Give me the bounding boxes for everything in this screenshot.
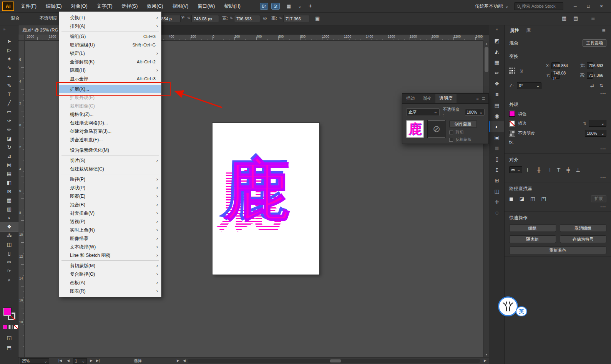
- fill-swatch[interactable]: [509, 111, 515, 117]
- opacity-swatch[interactable]: [509, 131, 515, 136]
- scroll-up-icon[interactable]: ▲: [484, 41, 489, 46]
- menu-item[interactable]: 栅格化(Z)...: [59, 110, 161, 119]
- line-segment-tool-icon[interactable]: ╱: [0, 99, 18, 108]
- menu-item[interactable]: 设为像素级优化(M): [59, 146, 161, 154]
- constrain-proportions-icon[interactable]: §: [518, 68, 525, 73]
- flip-horizontal-icon[interactable]: ⇄: [590, 83, 594, 88]
- tab-gradient[interactable]: 渐变: [419, 94, 435, 103]
- horizontal-scroll-thumb[interactable]: [330, 359, 341, 362]
- paintbrush-tool-icon[interactable]: ✑: [0, 116, 18, 125]
- menu-item[interactable]: 创建对象马赛克(J)...: [59, 127, 161, 136]
- menu-item[interactable]: 剪切蒙版(M)›: [59, 261, 161, 270]
- grid-view-icon[interactable]: ▦: [562, 15, 566, 21]
- swatches-panel-icon[interactable]: ▦: [489, 57, 505, 68]
- gradient-panel-icon[interactable]: ▤: [489, 100, 505, 111]
- menu-item[interactable]: 全部解锁(K)Alt+Ctrl+2: [59, 58, 161, 66]
- scale-tool-icon[interactable]: ⊿: [0, 152, 18, 160]
- align-vertical-top-icon[interactable]: ⊤: [556, 167, 561, 173]
- color-panel-icon[interactable]: ◩: [489, 35, 505, 46]
- play-icon[interactable]: ▶: [177, 359, 179, 362]
- share-icon[interactable]: ✈: [309, 3, 312, 9]
- menu-item[interactable]: 透视(P)›: [59, 217, 161, 226]
- appearance-panel-icon[interactable]: ◉: [489, 111, 505, 121]
- menubar-item[interactable]: 文件(F): [16, 0, 41, 12]
- opacity-select[interactable]: 100% ⌄: [465, 109, 485, 116]
- symbols-panel-icon[interactable]: ❖: [489, 78, 505, 89]
- ruler-origin[interactable]: [18, 35, 25, 41]
- menu-item[interactable]: 图表(R)›: [59, 287, 161, 295]
- align-to-select[interactable]: ▭ ⌄: [509, 166, 522, 173]
- slice-tool-icon[interactable]: ✂: [0, 258, 18, 266]
- menubar-item[interactable]: 窗口(W): [193, 0, 219, 12]
- align-panel-icon[interactable]: ⊞: [489, 175, 505, 186]
- tab-properties[interactable]: 属性: [510, 27, 519, 34]
- selection-tool-icon[interactable]: ➤: [0, 37, 18, 46]
- artboard-tool-icon[interactable]: ▯: [0, 249, 18, 258]
- arrange-documents-icon[interactable]: ▦: [287, 3, 291, 9]
- reference-point-locator[interactable]: [509, 68, 515, 74]
- menu-item[interactable]: 取消编组(U)Shift+Ctrl+G: [59, 41, 161, 49]
- fx-button[interactable]: fx.: [509, 140, 514, 144]
- magic-wand-tool-icon[interactable]: ✶: [0, 55, 18, 63]
- menu-item[interactable]: 创建裁切标记(C): [59, 165, 161, 173]
- menu-item[interactable]: 文本绕排(W)›: [59, 243, 161, 251]
- align-horizontal-center-icon[interactable]: ╫: [537, 167, 540, 173]
- x-field[interactable]: 546.854: [551, 62, 560, 69]
- width-field[interactable]: 706.693: [234, 15, 260, 22]
- stock-button[interactable]: St: [271, 3, 280, 10]
- bridge-button[interactable]: Br: [260, 3, 268, 10]
- first-artboard-icon[interactable]: |◀: [58, 359, 62, 362]
- gradient-tool-icon[interactable]: ▥: [0, 205, 18, 213]
- maximize-button[interactable]: □: [582, 1, 595, 11]
- graphic-styles-panel-icon[interactable]: ▣: [489, 132, 505, 143]
- previous-artboard-icon[interactable]: ◀: [67, 359, 70, 362]
- vertical-scroll-thumb[interactable]: [485, 47, 488, 72]
- brushes-panel-icon[interactable]: ✑: [489, 68, 505, 78]
- menu-item[interactable]: 创建渐变网格(D)...: [59, 119, 161, 127]
- link-broken-icon[interactable]: ⊘: [263, 15, 267, 21]
- menu-item[interactable]: 路径(P)›: [59, 175, 161, 184]
- menu-item[interactable]: 形状(P)›: [59, 184, 161, 192]
- expand-panels-icon[interactable]: «: [489, 27, 505, 31]
- align-horizontal-left-icon[interactable]: ⊢: [527, 167, 531, 173]
- stepper-icon[interactable]: ⇅: [279, 16, 282, 20]
- shaper-tool-icon[interactable]: ✏: [0, 125, 18, 134]
- menubar-item[interactable]: 选择(S): [117, 0, 143, 12]
- height-field[interactable]: 717.366: [283, 15, 309, 22]
- expand-toolbar-icon[interactable]: »: [3, 27, 5, 31]
- fill-color-swatch[interactable]: [3, 308, 11, 316]
- object-thumbnail[interactable]: 鹿: [406, 120, 424, 138]
- transparency-panel-icon[interactable]: ◐: [489, 121, 505, 132]
- recolor-button[interactable]: 重新着色: [509, 247, 606, 254]
- align-vertical-center-icon[interactable]: ╪: [566, 167, 570, 173]
- draw-mode-icon[interactable]: ◱: [0, 335, 18, 341]
- navigator-panel-icon[interactable]: ✛: [489, 197, 505, 207]
- vertical-ruler[interactable]: 642024681012141618: [18, 41, 25, 357]
- gradient-button[interactable]: [8, 325, 13, 329]
- y-field[interactable]: 748.08 p: [551, 72, 560, 79]
- menu-item[interactable]: 复合路径(O)›: [59, 270, 161, 278]
- free-transform-tool-icon[interactable]: ▤: [0, 169, 18, 178]
- perspective-grid-tool-icon[interactable]: ⊠: [0, 187, 18, 196]
- group-button[interactable]: 编组: [509, 224, 556, 232]
- deer-artwork[interactable]: 鹿 鹿 鹿: [224, 157, 309, 241]
- stroke-swatch[interactable]: [509, 121, 515, 126]
- transform-options-icon[interactable]: ▣: [315, 15, 320, 21]
- save-as-symbol-button[interactable]: 存储为符号: [560, 235, 607, 243]
- symbol-sprayer-tool-icon[interactable]: ⁂: [0, 231, 18, 240]
- more-options-icon[interactable]: •••: [509, 147, 606, 151]
- make-mask-button[interactable]: 制作蒙版: [449, 120, 477, 128]
- stepper-icon[interactable]: ⇅: [187, 16, 190, 20]
- height-field[interactable]: 717.366: [587, 72, 593, 79]
- y-field[interactable]: 748.08 px: [191, 15, 219, 22]
- menu-item[interactable]: 图像描摹›: [59, 234, 161, 243]
- scroll-down-icon[interactable]: ▼: [484, 352, 489, 357]
- artboard-nav-select[interactable]: 1 ⌄: [73, 358, 87, 364]
- panel-menu-icon[interactable]: ≣: [602, 28, 606, 33]
- more-options-icon[interactable]: •••: [509, 92, 606, 96]
- align-horizontal-right-icon[interactable]: ⊣: [546, 167, 551, 173]
- menu-item[interactable]: 编组(G)Ctrl+G: [59, 32, 161, 41]
- panel-menu-icon[interactable]: ≣: [482, 96, 485, 101]
- stroke-panel-icon[interactable]: ≡: [489, 89, 505, 100]
- panel-menu-icon[interactable]: ≣: [591, 15, 595, 21]
